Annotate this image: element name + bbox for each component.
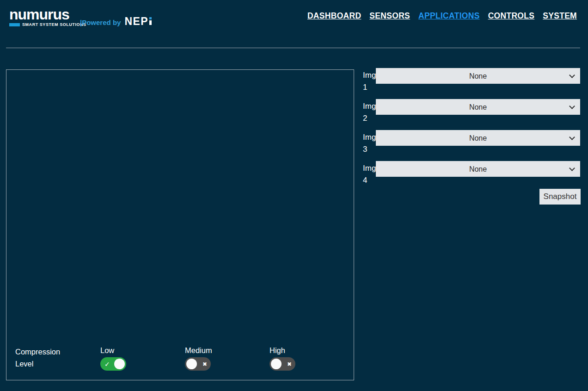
- powered-by-text: |Powered by: [80, 19, 121, 26]
- img4-select[interactable]: None: [376, 161, 580, 177]
- nav-controls[interactable]: CONTROLS: [488, 11, 535, 21]
- check-icon: ✓: [104, 360, 110, 367]
- low-toggle[interactable]: ✓ ✖: [100, 357, 126, 371]
- compression-level-label: Compression Level: [15, 346, 73, 370]
- header-divider: [6, 48, 580, 48]
- image-viewer-panel: Compression Level Low ✓ ✖ Medium ✓ ✖ Hig…: [6, 69, 354, 380]
- toggle-knob: [271, 359, 282, 369]
- nav-system[interactable]: SYSTEM: [543, 11, 577, 21]
- img4-select-wrap: None: [376, 161, 580, 177]
- medium-label: Medium: [185, 346, 212, 355]
- compression-option-high: High ✓ ✖: [270, 346, 295, 371]
- x-icon: ✖: [202, 361, 207, 366]
- img3-select[interactable]: None: [376, 130, 580, 146]
- numurus-logo[interactable]: numurus SMART SYSTEM SOLUTIONS: [9, 8, 86, 27]
- powered-by-nepi-lockup: |Powered byNEP: [80, 15, 152, 28]
- x-icon: ✖: [287, 361, 292, 366]
- low-label: Low: [100, 346, 126, 355]
- logo-tagline-text: SMART SYSTEM SOLUTIONS: [22, 22, 86, 27]
- high-label: High: [270, 346, 295, 355]
- img2-select-wrap: None: [376, 99, 580, 115]
- compression-option-low: Low ✓ ✖: [100, 346, 126, 371]
- snapshot-button[interactable]: Snapshot: [539, 189, 581, 205]
- nav-sensors[interactable]: SENSORS: [369, 11, 410, 21]
- toggle-knob: [186, 359, 197, 369]
- compression-option-medium: Medium ✓ ✖: [185, 346, 212, 371]
- high-toggle[interactable]: ✓ ✖: [270, 357, 295, 371]
- nepi-letter-i-icon: [149, 17, 152, 25]
- logo-tagline: SMART SYSTEM SOLUTIONS: [9, 22, 86, 27]
- logo-accent-bar: [9, 23, 20, 26]
- img1-select-wrap: None: [376, 68, 580, 84]
- img3-select-wrap: None: [376, 130, 580, 146]
- toggle-knob: [114, 359, 125, 369]
- nav-dashboard[interactable]: DASHBOARD: [307, 11, 361, 21]
- nepi-brand-text: NEP: [124, 15, 152, 27]
- logo-brand-text: numurus: [9, 8, 86, 21]
- img2-select[interactable]: None: [376, 99, 580, 115]
- top-navigation: DASHBOARD SENSORS APPLICATIONS CONTROLS …: [307, 11, 577, 21]
- img1-select[interactable]: None: [376, 68, 580, 84]
- medium-toggle[interactable]: ✓ ✖: [185, 357, 211, 371]
- nav-applications[interactable]: APPLICATIONS: [418, 11, 480, 21]
